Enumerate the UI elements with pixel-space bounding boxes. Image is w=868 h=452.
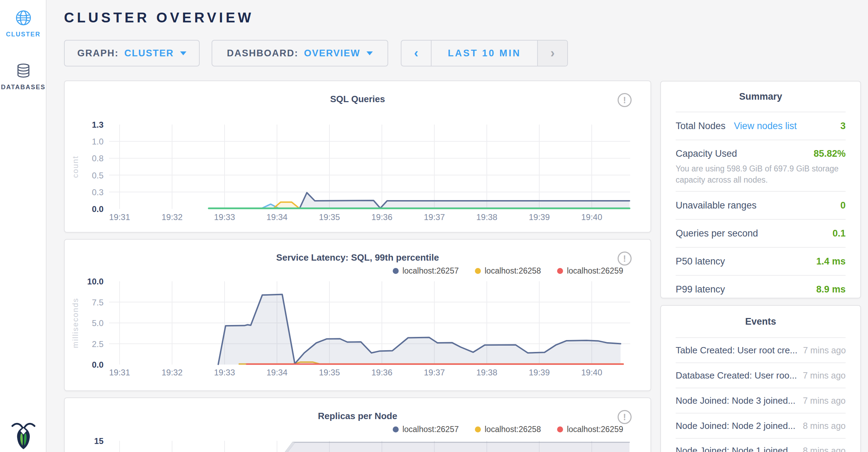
event-time: 7 mins ago: [803, 396, 846, 406]
svg-text:milliseconds: milliseconds: [71, 298, 80, 348]
summary-label: Capacity Used: [676, 148, 737, 159]
replicas-per-node-card: Replicas per Node ! localhost:26257local…: [64, 397, 651, 452]
database-stack-icon: [15, 63, 31, 79]
replicas-per-node-chart[interactable]: 151019:3119:3219:3319:3419:3519:3619:371…: [65, 398, 652, 452]
caret-down-icon: [367, 51, 373, 55]
time-window-label[interactable]: LAST 10 MIN: [432, 41, 537, 66]
summary-value: 85.82%: [813, 148, 846, 159]
dashboard-dropdown-value: OVERVIEW: [304, 48, 360, 59]
chevron-right-icon: ›: [550, 46, 555, 61]
svg-text:19:38: 19:38: [476, 212, 497, 222]
sidebar-item-cluster[interactable]: CLUSTER: [0, 0, 47, 38]
dashboard-dropdown-label: DASHBOARD:: [227, 48, 299, 59]
event-row[interactable]: Node Joined: Node 2 joined... 8 mins ago: [676, 413, 846, 438]
view-nodes-list-link[interactable]: View nodes list: [734, 121, 797, 132]
event-text: Node Joined: Node 3 joined...: [676, 395, 796, 406]
summary-panel: Summary Total Nodes View nodes list 3 Ca…: [660, 81, 861, 298]
page-title: CLUSTER OVERVIEW: [64, 10, 254, 26]
svg-text:19:33: 19:33: [214, 212, 235, 222]
svg-text:19:38: 19:38: [476, 368, 497, 377]
capacity-subtext: You are using 598.9 GiB of 697.9 GiB sto…: [676, 163, 844, 185]
svg-text:15: 15: [94, 436, 104, 446]
events-panel: Events Table Created: User root cre... 7…: [660, 305, 861, 452]
event-row[interactable]: Table Created: User root cre... 7 mins a…: [676, 337, 846, 362]
summary-value: 0.1: [832, 228, 846, 239]
summary-label: P99 latency: [676, 284, 725, 295]
svg-text:19:33: 19:33: [214, 368, 235, 377]
caret-down-icon: [180, 51, 186, 55]
summary-label: Queries per second: [676, 228, 758, 239]
summary-row-total-nodes: Total Nodes View nodes list 3: [676, 112, 846, 140]
event-text: Table Created: User root cre...: [676, 345, 797, 356]
event-time: 8 mins ago: [803, 421, 846, 431]
svg-text:19:36: 19:36: [371, 368, 392, 377]
svg-text:19:40: 19:40: [581, 368, 602, 377]
time-prev-button[interactable]: ‹: [401, 41, 432, 66]
graph-dropdown-value: CLUSTER: [124, 48, 174, 59]
summary-value: 0: [840, 200, 846, 211]
summary-row-p50-latency: P50 latency 1.4 ms: [676, 247, 846, 275]
svg-text:19:35: 19:35: [319, 212, 340, 222]
event-time: 7 mins ago: [803, 345, 846, 355]
svg-text:0.3: 0.3: [92, 188, 104, 197]
summary-title: Summary: [676, 82, 846, 112]
summary-value: 3: [840, 121, 846, 132]
svg-text:0.8: 0.8: [92, 154, 104, 163]
svg-text:19:31: 19:31: [109, 368, 130, 377]
summary-row-unavailable-ranges: Unavailable ranges 0: [676, 191, 846, 219]
globe-icon: [15, 10, 31, 26]
event-row[interactable]: Database Created: User roo... 7 mins ago: [676, 362, 846, 388]
sidebar-item-label: DATABASES: [0, 84, 47, 91]
svg-text:19:36: 19:36: [371, 212, 392, 222]
sql-queries-card: SQL Queries ! 0.00.30.50.81.01.319:3119:…: [64, 80, 651, 233]
svg-text:19:34: 19:34: [266, 368, 287, 377]
summary-value: 8.9 ms: [816, 284, 846, 295]
svg-text:1.0: 1.0: [92, 137, 104, 146]
svg-text:19:37: 19:37: [424, 212, 445, 222]
event-row[interactable]: Node Joined: Node 3 joined... 7 mins ago: [676, 388, 846, 413]
time-window-picker: ‹ LAST 10 MIN ›: [401, 40, 568, 66]
svg-text:0.5: 0.5: [92, 171, 104, 180]
dashboard-dropdown[interactable]: DASHBOARD: OVERVIEW: [212, 40, 388, 66]
service-latency-card: Service Latency: SQL, 99th percentile ! …: [64, 239, 651, 391]
svg-text:1.3: 1.3: [92, 120, 104, 129]
time-next-button[interactable]: ›: [537, 41, 567, 66]
svg-text:19:32: 19:32: [162, 212, 183, 222]
svg-text:2.5: 2.5: [92, 339, 104, 349]
cluster-overview-page: CLUSTER DATABASES: [0, 0, 868, 452]
event-row[interactable]: Node Joined: Node 1 joined... 8 mins ago: [676, 438, 846, 452]
svg-text:19:37: 19:37: [424, 368, 445, 377]
summary-row-queries-per-second: Queries per second 0.1: [676, 219, 846, 247]
svg-text:0.0: 0.0: [92, 204, 104, 214]
svg-text:19:31: 19:31: [109, 212, 130, 222]
svg-text:19:40: 19:40: [581, 212, 602, 222]
graph-dropdown[interactable]: GRAPH: CLUSTER: [64, 40, 200, 66]
event-time: 7 mins ago: [803, 370, 846, 381]
summary-label: Unavailable ranges: [676, 200, 756, 211]
sql-queries-chart[interactable]: 0.00.30.50.81.01.319:3119:3219:3319:3419…: [65, 81, 652, 233]
summary-row-p99-latency: P99 latency 8.9 ms: [676, 275, 846, 303]
summary-value: 1.4 ms: [816, 256, 846, 267]
svg-text:count: count: [71, 156, 80, 178]
sidebar-item-databases[interactable]: DATABASES: [0, 53, 47, 91]
cockroach-bug-icon: [11, 420, 36, 451]
events-title: Events: [676, 306, 846, 337]
summary-row-capacity: Capacity Used 85.82% You are using 598.9…: [676, 140, 846, 191]
sidebar-item-label: CLUSTER: [0, 31, 47, 38]
svg-text:5.0: 5.0: [92, 318, 104, 328]
svg-text:19:39: 19:39: [529, 212, 550, 222]
graph-dropdown-label: GRAPH:: [77, 48, 119, 59]
svg-text:19:35: 19:35: [319, 368, 340, 377]
svg-text:19:32: 19:32: [162, 368, 183, 377]
sidebar: CLUSTER DATABASES: [0, 0, 47, 452]
event-text: Node Joined: Node 2 joined...: [676, 421, 796, 431]
event-time: 8 mins ago: [803, 446, 846, 452]
svg-text:0.0: 0.0: [92, 360, 104, 369]
svg-text:10.0: 10.0: [87, 277, 104, 286]
summary-label: P50 latency: [676, 256, 725, 267]
svg-text:7.5: 7.5: [92, 298, 104, 307]
service-latency-chart[interactable]: 0.02.55.07.510.019:3119:3219:3319:3419:3…: [65, 240, 652, 392]
event-text: Node Joined: Node 1 joined...: [676, 445, 796, 452]
chevron-left-icon: ‹: [414, 46, 418, 61]
svg-text:19:34: 19:34: [266, 212, 287, 222]
